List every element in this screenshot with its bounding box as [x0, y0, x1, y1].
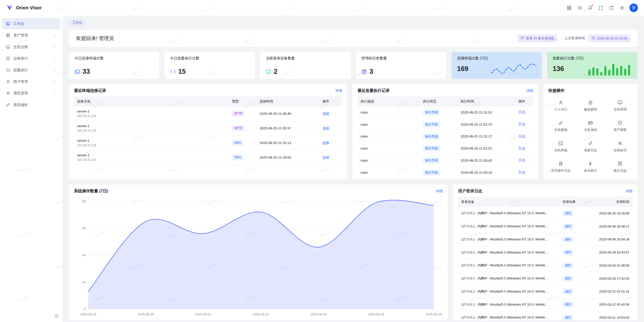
theme-toggle-icon[interactable] — [575, 3, 584, 12]
quick-action-label: 主机密钥 — [554, 128, 567, 132]
quick-action-host-manage[interactable]: 主机管理 — [605, 100, 635, 112]
login-device: 127.0.0.1 - 内网IP - Mozilla/5.0 (Windows … — [458, 220, 559, 233]
connect-link[interactable]: 连接 — [323, 112, 329, 116]
sidebar-item-audit[interactable]: 运维审计 — [2, 53, 60, 64]
chevron-down-icon — [53, 80, 57, 83]
login-table: 登录设备登录结果登录时间127.0.0.1 - 内网IP - Mozilla/5… — [458, 197, 632, 320]
log-link[interactable]: 日志 — [518, 134, 525, 138]
protocol-tag: SSH — [232, 155, 243, 160]
svg-text:{ }: { } — [170, 70, 176, 74]
monitor-icon — [618, 100, 623, 105]
column-header: 登录设备 — [458, 197, 559, 207]
batch-row: color执行完成2025-06-25 21:50:42日志 — [357, 155, 533, 167]
log-link[interactable]: 日志 — [518, 147, 525, 150]
workbench-icon — [6, 21, 10, 26]
user-icon — [6, 79, 10, 84]
system-ops-detail-link[interactable]: 详情 — [436, 189, 443, 194]
sidebar-item-batch-exec[interactable]: 批量执行 — [2, 64, 60, 76]
stat-value: 136 — [553, 65, 564, 73]
sidebar-item-label: 工作台 — [13, 21, 24, 26]
breadcrumb: 工作台 — [69, 19, 637, 26]
sidebar-item-project[interactable]: 项目地址 — [2, 99, 60, 110]
quick-action-label: 执行日志 — [614, 168, 627, 173]
svg-text:40: 40 — [82, 254, 86, 257]
breadcrumb-item-workbench[interactable]: 工作台 — [69, 19, 86, 26]
quick-action-exec-log[interactable]: 执行日志 — [605, 161, 635, 173]
clock-icon — [591, 36, 595, 41]
stats-row: 今日连接终端次数33今日批量执行次数{ }15当前登录设备数量2管理的任务数量3… — [69, 52, 637, 79]
notifications-bell-icon[interactable] — [586, 3, 595, 12]
quick-action-asset-grant[interactable]: 资产授权 — [605, 120, 635, 132]
login-log-title: 用户登录日志 — [458, 189, 482, 194]
sidebar-item-host-ops[interactable]: 主机运维 — [2, 41, 60, 52]
recent-batch-card: 最近批量执行记录 详情 执行描述执行状态执行时间操作color执行完成2025-… — [352, 84, 538, 179]
exec-status-tag: 执行完成 — [423, 146, 440, 151]
quick-action-host-key[interactable]: 主机密钥 — [546, 120, 576, 132]
connect-link[interactable]: 连接 — [323, 156, 329, 159]
connect-link[interactable]: 连接 — [323, 126, 329, 130]
page-root: Orion Visor 管 工作台资产管理主机运维运维审计批量执行用户管理系统管… — [0, 0, 644, 322]
sidebar-item-system[interactable]: 系统管理 — [2, 88, 60, 99]
bottom-row: 系统操作数量 (7日) 详情 0204060802025-06-192025-0… — [69, 185, 637, 320]
svg-text:2025-06-21: 2025-06-21 — [195, 313, 211, 316]
batch-row: color执行完成2025-06-25 21:51:37日志 — [357, 118, 533, 130]
user-avatar[interactable]: 管 — [629, 4, 638, 12]
login-row: 127.0.0.1 - 内网IP - Mozilla/5.0 (Windows … — [458, 233, 632, 246]
svg-text:80: 80 — [82, 200, 86, 203]
stat-card-batch-7d: 批量执行次数 (7日)136 — [547, 52, 637, 79]
quick-action-label: 修改密码 — [584, 107, 597, 112]
batch-detail-link[interactable]: 详情 — [526, 89, 533, 93]
login-log-detail-link[interactable]: 详情 — [626, 189, 632, 194]
log-link[interactable]: 日志 — [518, 110, 525, 114]
sidebar-item-assets[interactable]: 资产管理 — [2, 30, 60, 41]
header-actions: 管 — [565, 3, 638, 12]
exec-desc: color — [357, 106, 420, 118]
login-result-tag: 成功 — [562, 237, 573, 242]
sidebar-collapse-button[interactable] — [54, 313, 59, 319]
terminal-row: server-1182.92.5.218SSH2025-06-25 21:29:… — [74, 150, 342, 165]
svg-text:2025-06-24: 2025-06-24 — [368, 313, 384, 316]
sidebar-item-label: 资产管理 — [13, 33, 28, 38]
svg-text:60: 60 — [82, 227, 86, 230]
sidebar-item-workbench[interactable]: 工作台 — [2, 18, 60, 29]
apps-grid-icon[interactable] — [565, 3, 574, 12]
log-link[interactable]: 日志 — [518, 158, 525, 162]
quick-action-profile[interactable]: 个人中心 — [546, 100, 576, 112]
app-logo[interactable]: Orion Visor — [6, 4, 42, 11]
svg-text:2025-06-20: 2025-06-20 — [138, 313, 154, 316]
recent-terminal-card: 最近终端连接记录 详情 连接主机类型连接时间操作server-1182.92.5… — [69, 84, 347, 179]
fullscreen-icon[interactable] — [596, 3, 605, 12]
user-icon — [558, 100, 563, 105]
login-row: 127.0.0.1 - 内网IP - Mozilla/5.0 (Windows … — [458, 246, 632, 259]
connect-link[interactable]: 连接 — [323, 141, 329, 145]
quick-action-host-identity[interactable]: 主机身份 — [576, 120, 605, 132]
column-header: 连接主机 — [74, 96, 229, 106]
sidebar-item-label: 系统管理 — [13, 91, 28, 96]
batch-row: color执行完成2025-06-25 21:51:17日志 — [357, 130, 533, 142]
login-device: 127.0.0.1 - 内网IP - Mozilla/5.0 (Windows … — [458, 233, 559, 246]
quick-action-connect-log[interactable]: 连接日志 — [576, 141, 605, 153]
terminal-row: server-1182.92.5.218SSH2025-06-25 21:33:… — [74, 136, 342, 150]
sidebar-item-users[interactable]: 用户管理 — [2, 76, 60, 87]
gear-icon — [6, 91, 10, 95]
quick-action-online-session[interactable]: 在线会话 — [605, 141, 635, 153]
settings-gear-icon[interactable] — [617, 3, 626, 12]
lightning-icon — [588, 161, 593, 166]
log-link[interactable]: 日志 — [518, 122, 525, 126]
recent-terminal-title: 最近终端连接记录 — [74, 88, 106, 93]
quick-action-file-log[interactable]: 文件操作日志 — [546, 161, 576, 173]
log-link[interactable]: 日志 — [518, 170, 525, 174]
quick-action-command-exec[interactable]: 命令执行 — [576, 161, 605, 173]
sidebar-item-label: 批量执行 — [13, 68, 28, 73]
column-header: 连接时间 — [257, 96, 319, 106]
list-icon — [6, 33, 10, 38]
terminal-row: server-1182.92.5.218SFTP2025-06-25 21:36… — [74, 106, 342, 121]
svg-text:20: 20 — [82, 280, 86, 284]
host-name: server-1 — [77, 139, 226, 142]
stat-title: 今日批量执行次数 — [170, 56, 249, 61]
quick-action-host-terminal[interactable]: 主机终端 — [546, 141, 576, 153]
unread-messages-chip[interactable]: 您有 15 条未读消息 — [517, 34, 557, 42]
quick-action-password[interactable]: 修改密码 — [576, 100, 605, 112]
refresh-icon[interactable] — [607, 3, 616, 12]
terminal-detail-link[interactable]: 详情 — [335, 89, 342, 93]
